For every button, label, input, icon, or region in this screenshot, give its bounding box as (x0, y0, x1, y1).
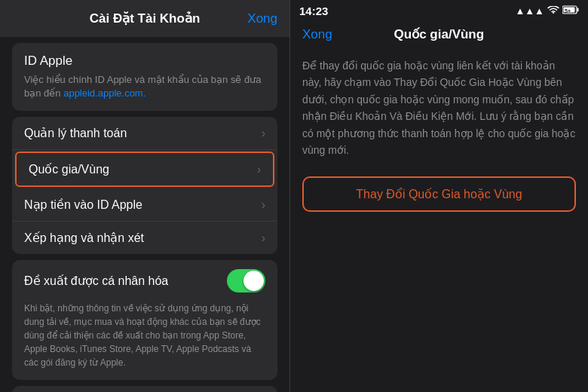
apple-id-desc: Việc hiểu chính ID Apple và mật khẩu của… (24, 73, 265, 100)
menu-item-country-label: Quốc gia/Vùng (29, 162, 109, 176)
status-icons: ▲▲▲ 5+ (515, 5, 579, 17)
chevron-icon: › (262, 198, 265, 212)
personalization-label: Đề xuất được cá nhân hóa (24, 274, 227, 288)
apple-id-title: ID Apple (24, 54, 265, 69)
battery-icon: 5+ (562, 5, 579, 17)
purchase-history-card: Lịch sử mục mua › (12, 386, 277, 392)
svg-rect-1 (577, 8, 579, 12)
personalization-card: Đề xuất được cá nhân hóa Khi bật, những … (12, 260, 277, 380)
right-content: Để thay đổi quốc gia hoặc vùng liên kết … (290, 51, 588, 392)
status-bar: 14:23 ▲▲▲ 5+ (290, 0, 588, 20)
personalization-desc: Khi bật, những thông tin về việc sử dụng… (12, 302, 277, 380)
menu-item-country[interactable]: Quốc gia/Vùng › (15, 152, 274, 187)
menu-item-history[interactable]: Lịch sử mục mua › (12, 386, 277, 392)
back-button[interactable]: Xong (302, 27, 332, 42)
toggle-knob (243, 271, 264, 291)
personalization-row: Đề xuất được cá nhân hóa (12, 260, 277, 302)
change-country-button[interactable]: Thay Đổi Quốc Gia hoặc Vùng (302, 176, 576, 212)
wifi-icon (547, 5, 559, 17)
right-panel: 14:23 ▲▲▲ 5+ Xong Quốc gia/Vùng Để thay … (290, 0, 588, 392)
menu-item-ratings[interactable]: Xếp hạng và nhận xét › (12, 222, 277, 254)
menu-item-topup[interactable]: Nạp tiền vào ID Apple › (12, 188, 277, 222)
chevron-icon: › (262, 127, 265, 140)
apple-id-section: ID Apple Việc hiểu chính ID Apple và mật… (12, 43, 277, 111)
done-button[interactable]: Xong (247, 11, 277, 26)
svg-text:5+: 5+ (565, 8, 571, 14)
left-header-title: Cài Đặt Tài Khoản (90, 11, 201, 26)
left-header: Cài Đặt Tài Khoản Xong (0, 0, 289, 37)
menu-item-payment-label: Quản lý thanh toán (24, 126, 127, 140)
right-header-title: Quốc gia/Vùng (348, 26, 531, 42)
signal-icon: ▲▲▲ (515, 5, 544, 17)
menu-item-payment[interactable]: Quản lý thanh toán › (12, 117, 277, 150)
apple-id-link[interactable]: appleid.apple.com. (63, 87, 145, 99)
menu-item-topup-label: Nạp tiền vào ID Apple (24, 198, 142, 212)
chevron-icon: › (257, 163, 261, 176)
right-header: Xong Quốc gia/Vùng (290, 20, 588, 51)
menu-item-ratings-label: Xếp hạng và nhận xét (24, 231, 144, 245)
left-panel: Cài Đặt Tài Khoản Xong ID Apple Việc hiể… (0, 0, 290, 392)
chevron-icon: › (262, 231, 265, 245)
status-time: 14:23 (299, 5, 328, 17)
personalization-toggle[interactable] (227, 269, 265, 292)
menu-card: Quản lý thanh toán › Quốc gia/Vùng › Nạp… (12, 117, 277, 254)
left-content: ID Apple Việc hiểu chính ID Apple và mật… (0, 37, 289, 392)
country-description: Để thay đổi quốc gia hoặc vùng liên kết … (302, 51, 576, 158)
